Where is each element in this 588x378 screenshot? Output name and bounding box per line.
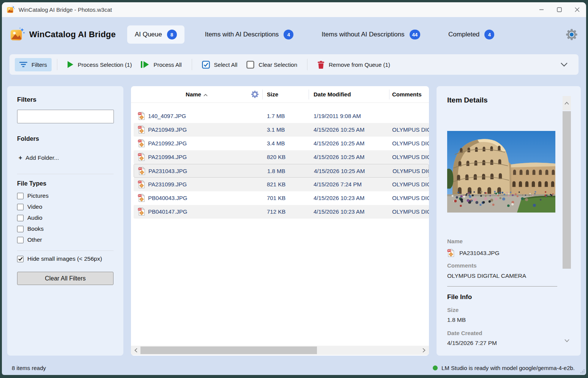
cell-name: PA231043.JPG: [148, 164, 187, 178]
clear-selection-button[interactable]: Clear Selection: [242, 57, 302, 72]
file-types-heading: File Types: [17, 180, 46, 187]
toolbar: Filters Process Selection (1) Process Al…: [9, 54, 579, 75]
jpg-file-icon: [138, 139, 145, 148]
window-close-button[interactable]: [568, 2, 586, 17]
cell-size: 3.4 MB: [267, 137, 285, 150]
tab-label: Items without AI Descriptions: [322, 31, 404, 38]
vertical-scroll-thumb[interactable]: [563, 111, 571, 269]
app-header: WinCatalog AI Bridge AI Queue8Items with…: [2, 17, 586, 52]
window-title: WinCatalog AI Bridge - Photos.w3cat: [19, 6, 112, 13]
app-logo-icon: [7, 6, 15, 14]
toolbar-expand-chevron-down-icon[interactable]: [560, 62, 568, 67]
filter-text-input[interactable]: [17, 110, 114, 123]
cell-comments: OLYMPUS DIGITAL CAMERA: [393, 164, 429, 178]
jpg-file-icon: [138, 153, 145, 161]
checkbox-empty-icon: [17, 215, 24, 221]
cell-comments: OLYMPUS DIGITAL CAMERA: [392, 150, 429, 164]
vertical-scrollbar[interactable]: [563, 96, 571, 345]
remove-from-queue-button[interactable]: Remove from Queue (1): [313, 57, 395, 72]
table-row[interactable]: 140_4097.JPG1.7 MB1/19/2011 9:08 AM: [134, 109, 429, 123]
jpg-file-icon: [138, 125, 145, 134]
column-label: Name: [186, 91, 201, 98]
filters-button[interactable]: Filters: [15, 58, 52, 71]
file-type-label: Books: [27, 225, 44, 232]
date-created-label: Date Created: [447, 330, 482, 336]
select-all-button[interactable]: Select All: [197, 57, 242, 72]
checkbox-empty-icon: [17, 237, 24, 243]
table-header: Name Size Date Modified Comments: [131, 86, 429, 103]
title-bar: WinCatalog AI Bridge - Photos.w3cat: [2, 2, 586, 17]
detail-date-created-value: 4/15/2026 7:27 PM: [447, 340, 497, 346]
cell-name: 140_4097.JPG: [148, 109, 186, 123]
cell-date-modified: 1/19/2011 9:08 AM: [314, 109, 361, 123]
process-selection-button[interactable]: Process Selection (1): [63, 57, 137, 72]
table-row[interactable]: PA210992.JPG3.4 MB4/15/2026 10:25 AMOLYM…: [134, 137, 429, 150]
detail-name-row: PA231043.JPG: [447, 249, 500, 257]
close-icon: [575, 7, 580, 12]
item-details-heading: Item Details: [447, 96, 488, 104]
horizontal-scroll-thumb[interactable]: [140, 346, 317, 354]
column-settings-gear-icon[interactable]: [251, 90, 259, 98]
table-row[interactable]: PB040147.JPG712 KB4/15/2026 10:23 AMOLYM…: [134, 205, 429, 219]
resize-grip[interactable]: [579, 368, 585, 374]
column-header-size[interactable]: Size: [267, 86, 278, 103]
file-type-checkbox-pictures[interactable]: Pictures: [17, 192, 49, 199]
scroll-up-arrow-icon[interactable]: [563, 96, 571, 110]
tab-items-without-ai-descriptions[interactable]: Items without AI Descriptions44: [314, 25, 428, 44]
lm-studio-status: LM Studio is ready with model google/gem…: [433, 365, 577, 371]
cell-size: 1.7 MB: [267, 109, 285, 123]
tab-ai-queue[interactable]: AI Queue8: [127, 25, 184, 44]
cell-size: 820 KB: [267, 150, 285, 164]
window-minimize-button[interactable]: [533, 2, 550, 17]
cell-name: PA210949.JPG: [148, 123, 187, 137]
checkbox-empty-icon: [17, 193, 24, 199]
file-type-checkbox-video[interactable]: Video: [17, 203, 42, 210]
cell-size: 3.1 MB: [267, 123, 285, 137]
table-row[interactable]: PB040043.JPG701 KB4/15/2026 10:23 AMOLYM…: [134, 191, 429, 205]
clear-all-filters-button[interactable]: Clear All Filters: [17, 272, 114, 285]
table-row[interactable]: PA210994.JPG820 KB4/15/2026 10:25 AMOLYM…: [134, 150, 429, 164]
column-header-comments[interactable]: Comments: [392, 86, 422, 103]
select-all-label: Select All: [214, 61, 238, 68]
add-folder-button[interactable]: + Add Folder...: [19, 154, 59, 161]
table-row[interactable]: PA210949.JPG3.1 MB4/15/2026 10:25 AMOLYM…: [134, 123, 429, 137]
checkbox-checked-icon: [17, 256, 24, 262]
status-ok-dot-icon: [433, 365, 438, 370]
hide-small-images-checkbox[interactable]: Hide small images (< 256px): [17, 255, 102, 262]
app-title: WinCatalog AI Bridge: [29, 30, 116, 39]
cell-size: 701 KB: [267, 191, 285, 205]
scroll-left-arrow-icon[interactable]: [132, 346, 140, 355]
tab-count-badge: 8: [167, 30, 177, 39]
file-table-panel: Name Size Date Modified Comments 140_409…: [131, 86, 429, 356]
checkbox-empty-icon: [246, 61, 254, 69]
column-divider: [389, 90, 389, 99]
plus-icon: +: [19, 154, 22, 161]
table-row[interactable]: PA231099.JPG821 KB4/15/2026 7:24 PMOLYMP…: [134, 178, 429, 191]
tab-count-badge: 44: [410, 30, 420, 39]
horizontal-scrollbar[interactable]: [131, 346, 429, 355]
app-window: WinCatalog AI Bridge - Photos.w3cat WinC…: [2, 2, 586, 375]
tab-items-with-ai-descriptions[interactable]: Items with AI Descriptions4: [197, 25, 301, 44]
maximize-icon: [557, 7, 562, 12]
scroll-right-arrow-icon[interactable]: [420, 346, 428, 355]
window-maximize-button[interactable]: [550, 2, 568, 17]
cell-comments: OLYMPUS DIGITAL CAMERA: [392, 178, 429, 191]
file-type-checkbox-books[interactable]: Books: [17, 225, 44, 232]
tab-completed[interactable]: Completed4: [441, 25, 502, 44]
name-label: Name: [447, 238, 463, 244]
column-header-name[interactable]: Name: [131, 86, 262, 103]
process-all-button[interactable]: Process All: [136, 57, 186, 72]
detail-size-value: 1.8 MB: [447, 317, 466, 323]
table-row[interactable]: PA231043.JPG1.8 MB4/15/2026 10:25 AMOLYM…: [134, 164, 429, 178]
settings-gear-icon[interactable]: [566, 28, 578, 41]
file-type-checkbox-audio[interactable]: Audio: [17, 214, 43, 221]
file-type-checkbox-other[interactable]: Other: [17, 236, 42, 243]
scroll-down-arrow-icon[interactable]: [563, 336, 571, 345]
items-ready-status: 8 items ready: [12, 365, 46, 371]
column-header-date-modified[interactable]: Date Modified: [314, 86, 351, 103]
remove-from-queue-label: Remove from Queue (1): [329, 61, 390, 68]
jpg-file-icon: [447, 249, 454, 257]
jpg-file-icon: [138, 112, 145, 120]
jpg-file-icon: [138, 167, 145, 175]
checkbox-empty-icon: [17, 204, 24, 210]
